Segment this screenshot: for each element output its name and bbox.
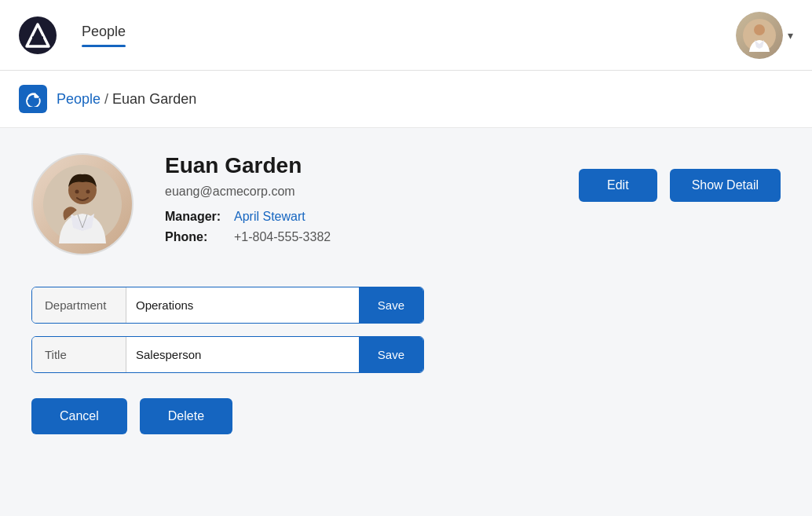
refresh-button[interactable]	[19, 85, 47, 113]
logo-icon	[19, 16, 57, 54]
breadcrumb-current-page: Euan Garden	[112, 91, 196, 107]
delete-button[interactable]: Delete	[140, 398, 232, 434]
title-row: Title Save	[31, 336, 424, 373]
department-save-button[interactable]: Save	[359, 287, 423, 323]
phone-value: +1-804-555-3382	[234, 230, 331, 244]
avatar-svg	[743, 19, 776, 52]
profile-name: Euan Garden	[165, 153, 579, 178]
avatar-dropdown-icon[interactable]: ▾	[788, 29, 793, 42]
svg-point-5	[75, 190, 79, 194]
header: People ▾	[0, 0, 812, 71]
department-label: Department	[32, 287, 126, 323]
show-detail-button[interactable]: Show Detail	[670, 169, 781, 202]
department-row: Department Save	[31, 287, 424, 324]
main-content: Euan Garden euang@acmecorp.com Manager: …	[0, 128, 812, 459]
profile-photo	[31, 153, 134, 255]
breadcrumb-text: People / Euan Garden	[57, 91, 196, 108]
manager-label: Manager:	[165, 210, 228, 224]
profile-actions: Edit Show Detail	[579, 153, 781, 202]
action-buttons-row: Edit Show Detail	[579, 169, 781, 202]
svg-point-0	[19, 16, 57, 54]
title-input[interactable]	[126, 337, 359, 372]
edit-button[interactable]: Edit	[579, 169, 657, 202]
breadcrumb-sep-slash: /	[104, 91, 112, 107]
avatar[interactable]	[736, 12, 783, 59]
bottom-actions: Cancel Delete	[31, 398, 781, 434]
phone-field: Phone: +1-804-555-3382	[165, 230, 579, 244]
profile-email: euang@acmecorp.com	[165, 185, 579, 199]
svg-point-6	[86, 190, 90, 194]
cancel-button[interactable]: Cancel	[31, 398, 127, 434]
form-section: Department Save Title Save	[31, 287, 781, 373]
breadcrumb-people-link[interactable]: People	[57, 91, 101, 107]
nav-underline	[82, 45, 126, 47]
department-input[interactable]	[126, 287, 359, 323]
avatar-image	[736, 12, 783, 59]
profile-photo-svg	[43, 165, 122, 243]
header-right: ▾	[736, 12, 793, 59]
refresh-icon	[25, 91, 41, 107]
manager-value[interactable]: April Stewart	[234, 210, 305, 224]
logo-wrapper	[19, 16, 57, 54]
title-save-button[interactable]: Save	[359, 337, 423, 372]
profile-section: Euan Garden euang@acmecorp.com Manager: …	[31, 153, 781, 255]
svg-point-2	[754, 24, 765, 35]
nav-people-label: People	[82, 24, 126, 45]
nav-people[interactable]: People	[82, 24, 126, 47]
manager-field: Manager: April Stewart	[165, 210, 579, 224]
breadcrumb: People / Euan Garden	[0, 71, 812, 128]
profile-info: Euan Garden euang@acmecorp.com Manager: …	[165, 153, 579, 251]
title-label: Title	[32, 337, 126, 372]
phone-label: Phone:	[165, 230, 228, 244]
